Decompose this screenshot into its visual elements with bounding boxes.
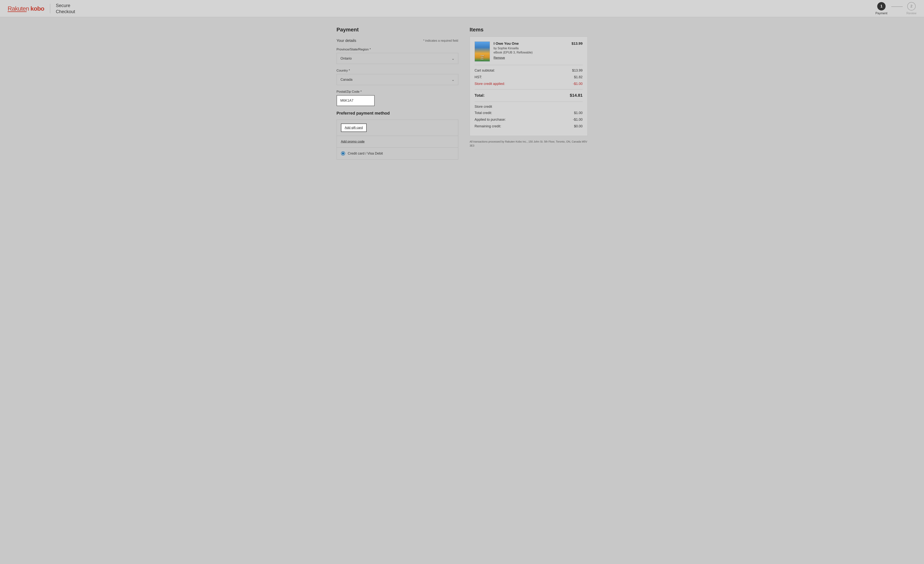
postal-input[interactable] — [337, 95, 375, 106]
cart-subtotal-value: $13.99 — [572, 69, 582, 72]
required-note: * indicates a required field — [423, 39, 458, 42]
step2-label: Review — [906, 12, 916, 15]
main-content: Payment Your details * indicates a requi… — [329, 17, 595, 169]
province-select-wrapper[interactable]: Ontario British Columbia Alberta Quebec … — [337, 53, 458, 64]
total-label: Total: — [475, 93, 485, 98]
items-title: Items — [470, 27, 588, 33]
right-panel: Items I OweYouOne I Owe You One by Sophi… — [470, 27, 588, 159]
step-connector — [891, 6, 903, 7]
store-credit-applied-label: Store credit applied: — [475, 82, 505, 86]
credit-card-radio[interactable] — [341, 151, 345, 155]
applied-to-purchase-value: -$1.00 — [573, 117, 582, 122]
promo-code-box: Add promo code — [337, 136, 458, 147]
credit-card-row[interactable]: Credit card / Visa Debit — [337, 147, 458, 159]
applied-to-purchase-row: Applied to purchase: -$1.00 — [475, 117, 583, 122]
your-details-header: Your details * indicates a required fiel… — [337, 38, 458, 43]
store-credit-applied-row: Store credit applied: -$1.00 — [475, 82, 583, 86]
footer-note: All transactions processed by Rakuten Ko… — [470, 140, 588, 148]
logo-text: Rakuten kobo — [8, 5, 44, 12]
checkout-steps: 1 Payment 2 Review — [875, 2, 916, 15]
cart-subtotal-label: Cart subtotal: — [475, 69, 495, 72]
step2-circle: 2 — [907, 2, 916, 11]
remove-item-button[interactable]: Remove — [494, 56, 505, 60]
payment-title: Payment — [337, 27, 458, 33]
cart-subtotal-row: Cart subtotal: $13.99 — [475, 69, 583, 72]
postal-label: Postal/Zip Code * — [337, 90, 458, 94]
hst-row: HST: $1.82 — [475, 75, 583, 79]
item-title: I Owe You One — [494, 42, 568, 46]
remaining-credit-label: Remaining credit: — [475, 124, 501, 128]
payment-method-title: Preferred payment method — [337, 111, 458, 116]
hst-label: HST: — [475, 75, 482, 79]
step-payment: 1 Payment — [875, 2, 887, 15]
step-review: 2 Review — [906, 2, 916, 15]
store-credit-applied-value: -$1.00 — [573, 82, 582, 86]
total-row: Total: $14.81 — [475, 93, 583, 98]
total-credit-label: Total credit: — [475, 111, 492, 115]
logo[interactable]: Rakuten kobo — [8, 5, 44, 12]
site-header: Rakuten kobo SecureCheckout 1 Payment 2 … — [0, 0, 924, 17]
step1-label: Payment — [875, 12, 887, 15]
province-select[interactable]: Ontario British Columbia Alberta Quebec — [337, 53, 458, 64]
your-details-label: Your details — [337, 38, 356, 43]
country-field-group: Country * Canada United States United Ki… — [337, 69, 458, 85]
item-details: I Owe You One by Sophie Kinsella eBook (… — [494, 42, 568, 60]
province-label: Province/State/Region * — [337, 48, 458, 51]
item-price: $13.99 — [572, 42, 582, 46]
left-panel: Payment Your details * indicates a requi… — [337, 27, 470, 159]
add-gift-card-button[interactable]: Add gift card — [341, 123, 367, 132]
country-label: Country * — [337, 69, 458, 72]
country-select-wrapper[interactable]: Canada United States United Kingdom ⌄ — [337, 74, 458, 85]
applied-to-purchase-label: Applied to purchase: — [475, 117, 506, 122]
total-value: $14.81 — [570, 93, 582, 98]
country-select[interactable]: Canada United States United Kingdom — [337, 74, 458, 85]
store-credit-section-title: Store credit — [475, 105, 583, 109]
book-item-row: I OweYouOne I Owe You One by Sophie Kins… — [475, 42, 583, 62]
radio-inner — [342, 152, 344, 155]
step1-circle: 1 — [877, 2, 886, 11]
remaining-credit-value: $0.00 — [574, 124, 582, 128]
book-cover-image: I OweYouOne — [475, 42, 490, 62]
header-divider — [50, 4, 50, 14]
add-promo-code-button[interactable]: Add promo code — [341, 140, 365, 143]
postal-field-group: Postal/Zip Code * — [337, 90, 458, 106]
total-credit-value: $1.00 — [574, 111, 582, 115]
total-credit-row: Total credit: $1.00 — [475, 111, 583, 115]
items-box: I OweYouOne I Owe You One by Sophie Kins… — [470, 36, 588, 136]
credit-card-label: Credit card / Visa Debit — [348, 152, 383, 155]
hst-value: $1.82 — [574, 75, 582, 79]
gift-card-box: Add gift card — [337, 120, 458, 136]
item-author: by Sophie Kinsella — [494, 47, 568, 50]
item-format: eBook (EPUB 3, Reflowable) — [494, 51, 568, 54]
remaining-credit-row: Remaining credit: $0.00 — [475, 124, 583, 128]
checkout-title: SecureCheckout — [56, 3, 75, 14]
province-field-group: Province/State/Region * Ontario British … — [337, 48, 458, 64]
store-credit-section: Store credit Total credit: $1.00 Applied… — [475, 102, 583, 128]
